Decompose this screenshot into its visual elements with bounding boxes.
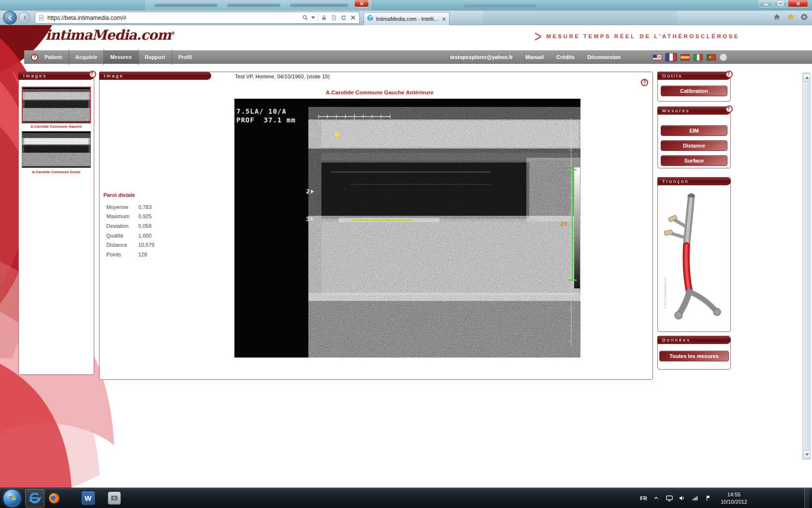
firefox-icon	[48, 492, 60, 505]
nav-help-icon[interactable]: ?	[31, 54, 38, 61]
stop-icon[interactable]	[349, 14, 357, 21]
vertical-scrollbar[interactable]	[802, 73, 811, 460]
taskbar-firefox-button[interactable]	[44, 489, 64, 508]
ie-tab-favicon	[367, 15, 374, 23]
windows-logo-icon	[8, 493, 17, 503]
surface-button[interactable]: Surface	[661, 155, 727, 166]
tagline-main: MESURE TEMPS RÉEL	[546, 33, 636, 39]
outils-panel: Outils ? Calibration	[657, 72, 731, 102]
deconnexion-link[interactable]: Déconnexion	[587, 54, 621, 60]
refresh-icon[interactable]	[340, 14, 347, 21]
close-button[interactable]	[788, 0, 808, 7]
forward-arrow-icon	[22, 15, 28, 21]
stat-value: 128	[138, 252, 175, 257]
marker-2-label: 2	[306, 188, 310, 195]
mesures-panel-header: Mesures ?	[657, 106, 731, 115]
nav-item-profil[interactable]: Profil	[172, 50, 198, 64]
credits-link[interactable]: Crédits	[556, 54, 575, 60]
forward-button[interactable]	[18, 12, 30, 24]
stat-value: 1,000	[138, 233, 175, 239]
address-dropdown-icon[interactable]	[311, 16, 315, 19]
language-indicator[interactable]: FR	[640, 495, 647, 501]
flag-pt[interactable]	[707, 54, 716, 60]
image-help-icon[interactable]: ?	[641, 79, 648, 86]
tab-close-icon[interactable]	[442, 15, 446, 23]
search-icon[interactable]	[302, 14, 309, 21]
tools-gear-icon[interactable]	[800, 13, 808, 23]
background-window-close-button[interactable]	[354, 0, 369, 7]
user-email: testvpexplorer@yahoo.fr	[450, 54, 513, 60]
action-center-flag-icon[interactable]	[705, 494, 712, 502]
image-panel-title: Image	[104, 73, 124, 78]
donnees-panel-header: Données	[657, 336, 731, 344]
ultrasound-image[interactable]: 7.5LA/ 10/A PROF 37.1 mm 2 3 20	[234, 99, 580, 358]
close-icon	[796, 1, 800, 6]
favorites-star-icon[interactable]	[787, 13, 795, 23]
stat-label: Deviation	[102, 223, 138, 229]
titlebar	[0, 0, 812, 11]
up-arrow-icon	[805, 76, 809, 79]
minimize-button[interactable]	[759, 0, 773, 7]
maximize-button[interactable]	[773, 0, 787, 7]
distance-button[interactable]: Distance	[661, 140, 727, 151]
thumbnail-carotide-gauche[interactable]	[22, 87, 91, 123]
taskbar-word-button[interactable]: W	[78, 489, 98, 508]
images-help-icon[interactable]: ?	[89, 71, 96, 78]
outils-help-icon[interactable]: ?	[725, 71, 733, 78]
hidden-icons-chevron[interactable]	[652, 494, 660, 502]
nav-item-mesures[interactable]: Mesures	[104, 50, 138, 64]
flag-fr[interactable]	[666, 53, 677, 61]
flag-it[interactable]	[694, 54, 703, 60]
thumbnail-label: A.Carotide Commune Droite	[19, 170, 94, 174]
stat-label: Moyenne	[102, 204, 138, 210]
taskbar-utility-button[interactable]	[104, 489, 124, 508]
compatibility-view-icon[interactable]	[330, 14, 337, 21]
down-arrow-icon	[805, 453, 809, 456]
volume-icon[interactable]	[679, 494, 686, 502]
glass-reflection	[483, 11, 677, 25]
back-button[interactable]	[3, 11, 17, 25]
tagline-rest: DE L'ATHÉROSCLÉROSE	[640, 33, 740, 39]
carotid-segment-diagram[interactable]: © 2011 IntimaMedia.com	[660, 190, 728, 327]
taskbar-ie-button[interactable]	[25, 489, 44, 508]
toutes-les-mesures-button[interactable]: Toutes les mesures	[659, 351, 729, 361]
calibration-button[interactable]: Calibration	[661, 86, 727, 96]
flag-us[interactable]	[652, 54, 662, 60]
display-icon[interactable]	[666, 494, 673, 502]
nav-item-patient[interactable]: Patient	[38, 50, 69, 64]
stat-row: Maximum0,925	[102, 212, 175, 222]
patient-info: Test VP, Homme, 04/10/1960, (visite 10)	[235, 74, 330, 79]
donnees-title: Données	[662, 337, 691, 343]
nav-item-acquerir[interactable]: Acquérir	[69, 50, 103, 64]
flag-es[interactable]	[681, 54, 690, 60]
home-icon[interactable]	[773, 13, 781, 23]
background-text-smudge	[290, 4, 348, 7]
nav-right-links: testvpexplorer@yahoo.fr Manuel Crédits D…	[450, 53, 812, 61]
mesures-help-icon[interactable]: ?	[725, 105, 733, 113]
site-logo[interactable]: intimaMedia.com®	[45, 27, 175, 43]
browser-navigation-bar: https://beta.intimamedia.com/# I	[0, 11, 812, 25]
system-tray: FR 14:55 10/10/2012	[640, 491, 804, 506]
troncon-panel: Tronçon © 2011 In	[657, 177, 731, 332]
scroll-down-button[interactable]	[803, 450, 811, 459]
taskbar-clock[interactable]: 14:55 10/10/2012	[721, 491, 747, 506]
show-desktop-button[interactable]	[804, 488, 809, 508]
thumbnail-carotide-droite[interactable]	[22, 131, 91, 168]
eim-button[interactable]: EIM	[661, 125, 727, 136]
stat-row: Deviation0,058	[102, 221, 175, 231]
clock-date: 10/10/2012	[721, 498, 747, 506]
lock-icon[interactable]	[320, 14, 328, 21]
stat-row: Distance10,579	[102, 240, 175, 250]
browser-tab[interactable]: IntimaMedia.com - Intellig...	[363, 12, 450, 25]
nav-item-rapport[interactable]: Rapport	[139, 50, 172, 64]
url-text[interactable]: https://beta.intimamedia.com/#	[47, 15, 299, 21]
flag-placeholder	[720, 54, 727, 61]
manuel-link[interactable]: Manuel	[525, 54, 544, 60]
address-bar[interactable]: https://beta.intimamedia.com/#	[35, 12, 360, 24]
start-button[interactable]	[3, 489, 21, 508]
scanner-settings-overlay: 7.5LA/ 10/A	[236, 107, 287, 115]
network-icon[interactable]	[692, 494, 699, 502]
scroll-up-button[interactable]	[803, 74, 811, 82]
word-icon: W	[81, 491, 95, 505]
troncon-title: Tronçon	[662, 179, 689, 184]
